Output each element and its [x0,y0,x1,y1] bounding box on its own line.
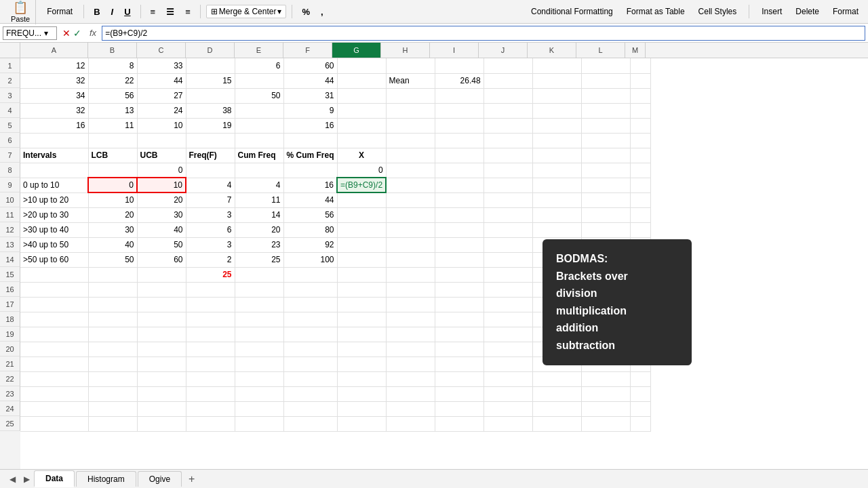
conditional-formatting-button[interactable]: Conditional Formatting [527,5,617,18]
cell-G24[interactable] [337,401,386,416]
cell-G2[interactable] [337,73,386,88]
cell-L1[interactable] [581,58,630,73]
cell-E8[interactable] [235,163,283,178]
cell-D9[interactable]: 4 [186,178,235,192]
cell-F22[interactable] [283,371,337,386]
cell-B18[interactable] [88,312,137,327]
cell-F7[interactable]: % Cum Freq [283,148,337,163]
cell-J8[interactable] [484,163,532,178]
col-header-H[interactable]: H [381,43,430,58]
cell-F8[interactable] [283,163,337,178]
cell-J11[interactable] [484,207,532,222]
cell-A5[interactable]: 16 [20,118,88,133]
cell-M24[interactable] [630,401,650,416]
cell-G13[interactable] [337,237,386,252]
cell-L12[interactable] [581,222,630,237]
cell-L3[interactable] [581,88,630,103]
cell-E16[interactable] [235,282,283,297]
cell-B10[interactable]: 10 [88,192,137,207]
cell-E4[interactable] [235,103,283,118]
cell-M11[interactable] [630,207,650,222]
cell-A9[interactable]: 0 up to 10 [20,178,88,192]
cell-K24[interactable] [532,401,581,416]
cell-G6[interactable] [337,133,386,148]
col-header-D[interactable]: D [186,43,235,58]
comma-button[interactable]: , [317,5,328,18]
cell-B4[interactable]: 13 [88,103,137,118]
cell-I10[interactable] [435,192,484,207]
cell-H21[interactable] [386,357,435,371]
cell-K10[interactable] [532,192,581,207]
cell-E3[interactable]: 50 [235,88,283,103]
cell-J9[interactable] [484,178,532,192]
cell-G18[interactable] [337,312,386,327]
cell-F12[interactable]: 80 [283,222,337,237]
cell-E24[interactable] [235,401,283,416]
cell-D6[interactable] [186,133,235,148]
cell-K5[interactable] [532,118,581,133]
cell-E12[interactable]: 20 [235,222,283,237]
cell-G22[interactable] [337,371,386,386]
cell-D24[interactable] [186,401,235,416]
cell-F1[interactable]: 60 [283,58,337,73]
cell-J18[interactable] [484,312,532,327]
cell-G19[interactable] [337,327,386,342]
cell-K4[interactable] [532,103,581,118]
cell-M9[interactable] [630,178,650,192]
cell-A19[interactable] [20,327,88,342]
cell-I11[interactable] [435,207,484,222]
cell-E21[interactable] [235,357,283,371]
cell-E10[interactable]: 11 [235,192,283,207]
cell-H10[interactable] [386,192,435,207]
cell-H20[interactable] [386,342,435,357]
cell-E22[interactable] [235,371,283,386]
cell-K6[interactable] [532,133,581,148]
cell-A1[interactable]: 12 [20,58,88,73]
cell-B1[interactable]: 8 [88,58,137,73]
align-left-button[interactable]: ≡ [146,5,160,18]
cell-A11[interactable]: >20 up to 30 [20,207,88,222]
cell-I18[interactable] [435,312,484,327]
cancel-icon[interactable]: ✕ [62,28,71,39]
cell-H5[interactable] [386,118,435,133]
cell-F13[interactable]: 92 [283,237,337,252]
cell-B12[interactable]: 30 [88,222,137,237]
col-header-M[interactable]: M [625,43,646,58]
cell-C12[interactable]: 40 [137,222,186,237]
cell-C5[interactable]: 10 [137,118,186,133]
cell-D11[interactable]: 3 [186,207,235,222]
cell-J15[interactable] [484,267,532,282]
percent-button[interactable]: % [298,5,314,18]
cell-A7[interactable]: Intervals [20,148,88,163]
cell-E23[interactable] [235,386,283,401]
cell-D4[interactable]: 38 [186,103,235,118]
cell-E13[interactable]: 23 [235,237,283,252]
cell-E6[interactable] [235,133,283,148]
cell-G10[interactable] [337,192,386,207]
cell-I22[interactable] [435,371,484,386]
cell-I5[interactable] [435,118,484,133]
merge-center-button[interactable]: ⊞ Merge & Center ▾ [206,5,287,18]
cell-D5[interactable]: 19 [186,118,235,133]
insert-button[interactable]: Insert [757,5,786,18]
cell-L23[interactable] [581,386,630,401]
cell-M10[interactable] [630,192,650,207]
italic-button[interactable]: I [107,5,118,18]
cell-H4[interactable] [386,103,435,118]
cell-D18[interactable] [186,312,235,327]
cell-L10[interactable] [581,192,630,207]
cell-F6[interactable] [283,133,337,148]
cell-I2[interactable]: 26.48 [435,73,484,88]
cell-A25[interactable] [20,416,88,431]
cell-H1[interactable] [386,58,435,73]
cell-I12[interactable] [435,222,484,237]
cell-H6[interactable] [386,133,435,148]
cell-G17[interactable] [337,297,386,312]
cell-D2[interactable]: 15 [186,73,235,88]
cell-F9[interactable]: 16 [283,178,337,192]
cell-H9[interactable] [386,178,435,192]
cell-D15[interactable]: 25 [186,267,235,282]
cell-E2[interactable] [235,73,283,88]
cell-H23[interactable] [386,386,435,401]
cell-K22[interactable] [532,371,581,386]
